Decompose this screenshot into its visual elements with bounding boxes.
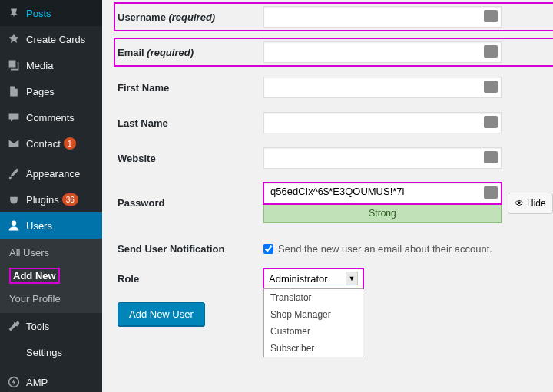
role-option[interactable]: Shop Manager [264,306,363,323]
contact-badge: 1 [64,137,76,150]
label-firstname: First Name [118,82,263,94]
row-lastname: Last Name [118,112,553,133]
main-content: Username (required) Email (required) Fir… [102,0,553,392]
role-select[interactable]: Administrator ▼ [263,268,363,288]
website-input[interactable] [263,147,502,169]
password-input[interactable]: q56edCIx^6$*E3QOUMUS!*7i [263,183,502,204]
sidebar-item-settings[interactable]: Settings [0,339,102,365]
sidebar-item-comments[interactable]: Comments [0,104,102,130]
sidebar-item-appearance[interactable]: Appearance [0,160,102,186]
submenu-all-users[interactable]: All Users [0,242,102,263]
sidebar-item-media[interactable]: Media [0,52,102,78]
add-new-user-button[interactable]: Add New User [118,302,205,326]
sidebar-item-contact[interactable]: Contact1 [0,130,102,156]
sidebar-item-pages[interactable]: Pages [0,78,102,104]
wrench-icon [6,318,22,334]
plugins-badge: 36 [62,193,78,206]
svg-point-0 [12,221,16,226]
row-email: Email (required) [118,41,553,63]
keyboard-icon [484,10,498,22]
page-icon [6,84,22,99]
row-password: Password q56edCIx^6$*E3QOUMUS!*7i Strong… [118,183,553,223]
keyboard-icon [484,116,498,128]
label-password: Password [118,197,263,209]
sidebar-item-posts[interactable]: Posts [0,0,102,26]
admin-sidebar: Posts Create Cards Media Pages Comments … [0,0,102,392]
role-select-wrap: Administrator ▼ Translator Shop Manager … [263,268,363,288]
pin-icon [6,5,22,21]
row-firstname: First Name [118,77,553,98]
amp-icon [6,374,22,390]
eye-slash-icon: 👁 [515,198,524,209]
submenu-add-new[interactable]: Add New [0,263,102,288]
role-option[interactable]: Subscriber [264,340,363,357]
label-notification: Send User Notification [118,243,263,255]
media-icon [6,58,22,73]
row-notification: Send User Notification Send the new user… [118,243,553,255]
notification-checkbox[interactable] [263,244,273,254]
email-input[interactable] [263,41,502,63]
firstname-input[interactable] [263,77,502,98]
sidebar-item-users[interactable]: Users [0,212,102,239]
label-email: Email (required) [118,47,263,58]
row-role: Role Administrator ▼ Translator Shop Man… [118,268,553,288]
envelope-icon [6,136,22,151]
sidebar-item-amp[interactable]: AMP [0,369,102,392]
hide-password-button[interactable]: 👁Hide [508,193,553,214]
notification-text: Send the new user an email about their a… [278,243,492,255]
lastname-input[interactable] [263,112,502,133]
keyboard-icon [484,45,498,58]
chevron-down-icon: ▼ [346,272,358,285]
row-website: Website [118,147,553,169]
users-submenu: All Users Add New Your Profile [0,239,102,313]
plug-icon [6,192,22,207]
sidebar-item-tools[interactable]: Tools [0,313,102,339]
sidebar-item-create-cards[interactable]: Create Cards [0,26,102,52]
label-username: Username (required) [118,12,263,23]
role-option[interactable]: Translator [264,289,363,306]
sliders-icon [6,344,22,360]
comment-icon [6,110,22,125]
keyboard-icon [484,81,498,93]
role-dropdown: Translator Shop Manager Customer Subscri… [263,288,363,357]
label-lastname: Last Name [118,117,263,129]
star-icon [6,31,22,47]
password-strength: Strong [263,203,502,223]
username-input[interactable] [263,6,502,28]
label-role: Role [118,273,263,285]
role-option[interactable]: Customer [264,323,363,340]
submenu-your-profile[interactable]: Your Profile [0,288,102,309]
user-icon [6,218,22,233]
keyboard-icon [484,186,498,199]
row-username: Username (required) [118,6,553,28]
keyboard-icon [484,151,498,163]
label-website: Website [118,153,263,164]
brush-icon [6,166,22,181]
sidebar-item-plugins[interactable]: Plugins36 [0,186,102,212]
